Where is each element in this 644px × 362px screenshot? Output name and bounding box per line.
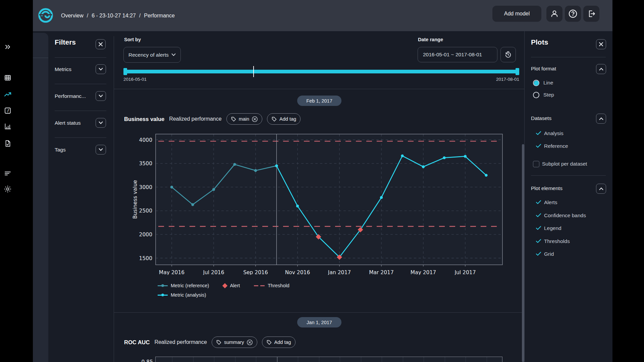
nav-statistics[interactable] (0, 122, 15, 130)
svg-text:May 2017: May 2017 (411, 269, 436, 275)
chart2-gridline (487, 357, 487, 362)
chevron-down-icon (99, 148, 103, 151)
chart1-date-marker-pill[interactable]: Feb 1, 2017 (297, 96, 341, 106)
element-grid-label[interactable]: Grid (544, 251, 554, 257)
slider-handle-end[interactable] (516, 68, 519, 75)
plots-close-button[interactable] (596, 39, 606, 49)
datasets-collapse-button[interactable] (596, 114, 606, 124)
check-icon[interactable] (536, 143, 541, 148)
filter-tags-expand-button[interactable] (96, 145, 106, 155)
chart1-tag-main[interactable]: main (226, 113, 262, 125)
chart2-date-marker-pill[interactable]: Jan 1, 2017 (297, 317, 341, 327)
expand-sidebar-button[interactable] (0, 43, 15, 51)
remove-tag-icon[interactable] (247, 339, 253, 346)
help-button[interactable] (565, 6, 581, 22)
radio-step[interactable] (533, 92, 539, 98)
nav-functions[interactable]: f (0, 107, 15, 115)
add-tag-label: Add tag (274, 340, 291, 345)
element-alerts-label[interactable]: Alerts (544, 199, 557, 205)
chart2-tag-summary[interactable]: summary (212, 337, 257, 348)
remove-tag-icon[interactable] (252, 116, 258, 122)
date-range-reset-button[interactable] (500, 47, 516, 62)
check-icon[interactable] (536, 239, 541, 243)
radio-step-label[interactable]: Step (543, 92, 554, 98)
chart1-subtitle: Realized performance (169, 116, 222, 122)
function-icon: f (4, 107, 12, 115)
chevron-up-icon (599, 117, 603, 120)
plots-panel-title: Plots (531, 38, 548, 46)
filters-toggle-button[interactable] (0, 169, 15, 177)
filter-alert-status-expand-button[interactable] (96, 118, 106, 128)
breadcrumb-model[interactable]: 6 - 23-10-27 14:27 (92, 13, 136, 19)
slider-end-label: 2017-08-01 (486, 77, 519, 82)
legend-alert-label: Alert (230, 283, 240, 288)
filter-performance-expand-button[interactable] (96, 91, 106, 101)
legend-threshold-swatch (254, 285, 265, 286)
chart2-gridline (382, 357, 382, 362)
check-icon[interactable] (536, 131, 541, 135)
nav-performance-active[interactable] (0, 90, 15, 99)
chart2-subtitle: Realized performance (154, 339, 207, 345)
nav-reports[interactable] (0, 139, 15, 147)
chart1-add-tag-button[interactable]: Add tag (267, 113, 301, 125)
trending-up-icon (4, 90, 12, 99)
close-icon (98, 42, 103, 47)
dataset-reference-label[interactable]: Reference (544, 143, 568, 149)
add-model-button[interactable]: Add model (492, 6, 541, 22)
radio-line-label[interactable]: Line (543, 80, 553, 86)
svg-text:1500: 1500 (139, 255, 152, 261)
chart2-add-tag-button[interactable]: Add tag (262, 337, 296, 348)
datasets-label: Datasets (531, 115, 551, 121)
settings-button[interactable] (0, 185, 15, 193)
chart2-gridline (445, 357, 445, 362)
chevron-up-icon (599, 187, 603, 190)
check-icon[interactable] (536, 226, 541, 230)
breadcrumb-separator: / (139, 13, 141, 19)
plot-format-label: Plot format (531, 66, 556, 72)
breadcrumb-performance[interactable]: Performance (144, 13, 175, 19)
breadcrumb: Overview / 6 - 23-10-27 14:27 / Performa… (61, 0, 175, 31)
business-value-chart[interactable]: 150020002500300035004000May 2016Jul 2016… (129, 131, 507, 275)
logout-button[interactable] (583, 6, 599, 22)
date-range-value: 2016-05-01 ~ 2017-08-01 (423, 52, 482, 58)
main-scrollbar-thumb[interactable] (522, 144, 524, 362)
check-icon[interactable] (536, 251, 541, 256)
icon-rail (33, 33, 48, 362)
slider-date-cursor[interactable] (253, 66, 254, 77)
dataset-analysis-label[interactable]: Analysis (544, 130, 564, 136)
filters-divider (55, 137, 106, 138)
nav-data-tables[interactable] (0, 74, 15, 82)
check-icon[interactable] (536, 200, 541, 204)
element-confidence-bands-label[interactable]: Confidence bands (544, 213, 586, 219)
svg-text:f: f (7, 108, 10, 113)
date-range-input[interactable]: 2016-05-01 ~ 2017-08-01 (418, 47, 497, 62)
slider-start-label: 2016-05-01 (123, 77, 147, 82)
slider-handle-start[interactable] (123, 68, 127, 75)
chart2-gridline (403, 357, 403, 362)
chart2-gridline (298, 357, 298, 362)
app-logo[interactable] (38, 7, 54, 23)
tag-icon (216, 340, 222, 345)
roc-auc-chart-partial[interactable] (155, 357, 502, 362)
plot-format-collapse-button[interactable] (596, 64, 606, 74)
breadcrumb-overview[interactable]: Overview (61, 13, 84, 19)
element-thresholds-label[interactable]: Thresholds (544, 238, 570, 244)
date-range-slider-track[interactable] (123, 70, 519, 73)
sort-by-select[interactable]: Recency of alerts (123, 47, 181, 63)
plot-elements-collapse-button[interactable] (596, 184, 606, 194)
element-legend-label[interactable]: Legend (544, 225, 561, 231)
filters-close-button[interactable] (96, 39, 106, 49)
chart2-gridline (361, 357, 361, 362)
close-icon (599, 42, 603, 47)
filter-metrics-expand-button[interactable] (96, 64, 106, 74)
radio-line[interactable] (533, 80, 539, 86)
chart1-legend-row2: Metric (analysis) (158, 292, 206, 298)
subplot-per-dataset-checkbox[interactable] (533, 161, 539, 167)
subplot-per-dataset-label[interactable]: Subplot per dataset (542, 161, 587, 167)
table-icon (4, 74, 12, 82)
check-icon[interactable] (536, 213, 541, 218)
svg-text:2000: 2000 (139, 232, 152, 238)
tag-icon (271, 116, 277, 122)
document-check-icon (4, 139, 12, 147)
user-account-button[interactable] (546, 6, 562, 22)
